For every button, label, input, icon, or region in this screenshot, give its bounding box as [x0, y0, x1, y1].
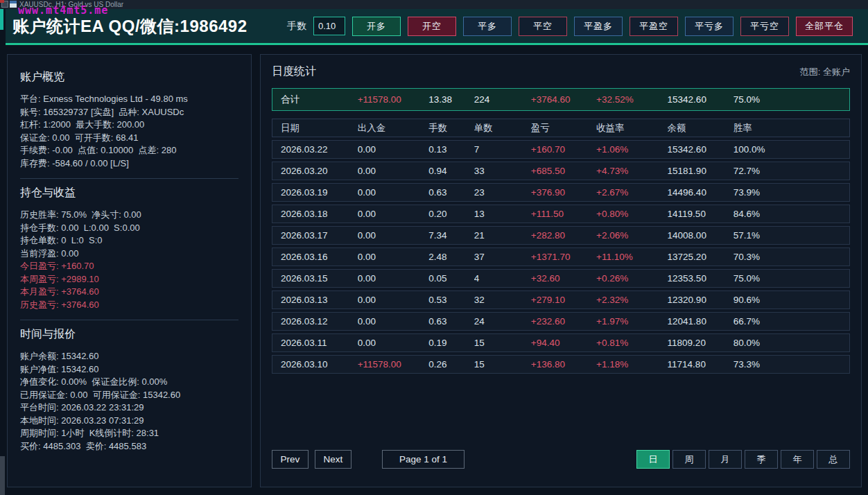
table-cell: 7.34 [428, 230, 474, 241]
tab-total[interactable]: 总 [817, 450, 850, 469]
bottom-bar: Prev Next Page 1 of 1 日周月季年总 [272, 450, 850, 469]
open-long-button[interactable]: 开多 [352, 17, 401, 36]
table-cell: +282.80 [531, 230, 596, 241]
table-cell: +0.80% [596, 209, 668, 219]
ea-title: 账户统计EA QQ/微信:1986492 [12, 15, 248, 37]
table-cell: 0.63 [428, 316, 474, 327]
summary-cell: +11578.00 [358, 94, 429, 105]
table-cell: 11809.20 [668, 338, 734, 348]
positions-lines: 历史胜率: 75.0% 净头寸: 0.00持仓手数: 0.00 L:0.00 S… [20, 209, 238, 260]
table-cell: 0.00 [358, 273, 429, 284]
summary-cell: +3764.60 [531, 94, 596, 105]
table-row[interactable]: 2026.03.160.002.4837+1371.70+11.10%13725… [272, 248, 850, 266]
info-line: 周期时间: 1小时 K线倒计时: 28:31 [20, 427, 238, 440]
pnl-line: 本周盈亏: +2989.10 [20, 273, 238, 286]
table-cell: 90.6% [734, 295, 849, 305]
summary-cell: 合计 [281, 94, 358, 106]
table-row[interactable]: 2026.03.130.000.5332+279.10+2.32%12320.9… [272, 290, 850, 309]
table-cell: 12353.50 [668, 273, 734, 284]
table-cell: 2026.03.17 [281, 230, 358, 241]
table-cell: +0.26% [596, 273, 668, 284]
pnl-line: 历史盈亏: +3764.60 [20, 299, 238, 312]
table-row[interactable]: 2026.03.170.007.3421+282.80+2.06%14008.0… [272, 226, 850, 245]
table-row[interactable]: 2026.03.190.000.6323+376.90+2.67%14496.4… [272, 183, 850, 202]
watermark-url: www.mt4mt5.me [18, 4, 108, 17]
time-quote-lines: 账户余额: 15342.60账户净值: 15342.60净值变化: 0.00% … [20, 350, 238, 453]
table-row[interactable]: 2026.03.220.000.137+160.70+1.06%15342.60… [272, 140, 850, 159]
summary-cell: 75.0% [734, 94, 849, 105]
table-cell: 0.00 [358, 295, 429, 305]
table-cell: 0.94 [428, 166, 474, 176]
tab-week[interactable]: 周 [672, 450, 706, 469]
table-cell: 15 [474, 359, 531, 370]
table-cell: 100.0% [734, 144, 849, 155]
table-row[interactable]: 2026.03.200.000.9433+685.50+4.73%15181.9… [272, 162, 850, 180]
table-row[interactable]: 2026.03.180.000.2013+111.50+0.80%14119.5… [272, 205, 850, 223]
period-tabs-group: 日周月季年总 [636, 450, 850, 469]
pnl-lines: 今日盈亏: +160.70本周盈亏: +2989.10本月盈亏: +3764.6… [20, 260, 238, 311]
table-cell: 2026.03.15 [281, 273, 358, 284]
close-loss-short-button[interactable]: 平亏空 [740, 17, 789, 36]
table-cell: 13 [474, 209, 531, 219]
info-line: 持仓手数: 0.00 L:0.00 S:0.00 [20, 222, 238, 235]
table-row[interactable]: 2026.03.110.000.1915+94.40+0.81%11809.20… [272, 333, 850, 352]
table-cell: +32.60 [531, 273, 596, 284]
ea-header: 账户统计EA QQ/微信:1986492 手数 开多开空平多平空平盈多平盈空平亏… [6, 9, 868, 45]
close-loss-long-button[interactable]: 平亏多 [685, 17, 734, 36]
tab-month[interactable]: 月 [709, 450, 742, 469]
close-long-button[interactable]: 平多 [463, 17, 512, 36]
info-line: 账户余额: 15342.60 [20, 350, 238, 363]
table-cell: 0.00 [358, 338, 429, 348]
table-cell: +111.50 [531, 209, 596, 219]
info-line: 平台: Exness Technologies Ltd - 49.80 ms [20, 93, 238, 106]
lots-input[interactable] [313, 17, 345, 35]
info-line: 已用保证金: 0.00 可用保证金: 15342.60 [20, 389, 238, 402]
tab-year[interactable]: 年 [781, 450, 814, 469]
summary-cell: +32.52% [596, 94, 668, 105]
close-short-button[interactable]: 平空 [519, 17, 567, 36]
table-cell: 2026.03.10 [281, 359, 358, 370]
tab-day[interactable]: 日 [636, 450, 670, 469]
table-cell: 84.6% [734, 209, 849, 219]
trade-controls: 手数 开多开空平多平空平盈多平盈空平亏多平亏空全部平仓 [287, 17, 868, 36]
table-cell: 15 [474, 338, 531, 348]
daily-stats-title: 日度统计 [272, 64, 316, 79]
info-line: 手续费: -0.00 点值: 0.10000 点差: 280 [20, 144, 238, 157]
chart-edge-artifact [0, 0, 4, 3]
table-cell: +0.81% [596, 338, 668, 348]
mt-window-titlebar: XAUUSDc, H1: Gold vs US Dollar [0, 0, 868, 9]
info-line: 净值变化: 0.00% 保证金比例: 0.00% [20, 376, 238, 389]
table-cell: 15181.90 [668, 166, 734, 176]
table-cell: 2026.03.19 [281, 187, 358, 198]
table-row[interactable]: 2026.03.120.000.6324+232.60+1.97%12041.8… [272, 312, 850, 331]
table-row[interactable]: 2026.03.10+11578.000.2615+136.80+1.18%11… [272, 355, 850, 374]
open-short-button[interactable]: 开空 [408, 17, 456, 36]
info-line: 库存费: -584.60 / 0.00 [L/S] [20, 157, 238, 171]
account-sidebar: 账户概览 平台: Exness Technologies Ltd - 49.80… [7, 54, 252, 487]
page-indicator-button[interactable]: Page 1 of 1 [382, 450, 465, 469]
daily-stats-panel: 日度统计 范围: 全账户 合计+11578.0013.38224+3764.60… [260, 54, 862, 487]
summary-cell: 224 [474, 94, 531, 105]
info-line: 历史胜率: 75.0% 净头寸: 0.00 [20, 209, 238, 222]
close-all-button[interactable]: 全部平仓 [796, 17, 853, 36]
divider [20, 178, 238, 179]
table-row[interactable]: 2026.03.150.000.054+32.60+0.26%12353.507… [272, 269, 850, 288]
info-line: 持仓单数: 0 L:0 S:0 [20, 234, 238, 248]
table-cell: 73.9% [734, 187, 849, 198]
next-page-button[interactable]: Next [315, 450, 351, 469]
table-cell: +94.40 [531, 338, 596, 348]
tab-quarter[interactable]: 季 [745, 450, 778, 469]
close-profit-long-button[interactable]: 平盈多 [574, 17, 623, 36]
table-cell: 0.00 [358, 187, 429, 198]
table-cell: 72.7% [734, 166, 849, 176]
close-profit-short-button[interactable]: 平盈空 [630, 17, 678, 36]
table-cell: +2.06% [596, 230, 668, 241]
divider [20, 320, 238, 320]
prev-page-button[interactable]: Prev [272, 450, 309, 469]
table-cell: +232.60 [531, 316, 596, 327]
info-line: 本地时间: 2026.03.23 07:31:29 [20, 415, 238, 428]
summary-row: 合计+11578.0013.38224+3764.60+32.52%15342.… [272, 88, 850, 111]
table-cell: 2026.03.13 [281, 295, 358, 305]
table-cell: 0.53 [428, 295, 474, 305]
pnl-line: 今日盈亏: +160.70 [20, 260, 238, 273]
